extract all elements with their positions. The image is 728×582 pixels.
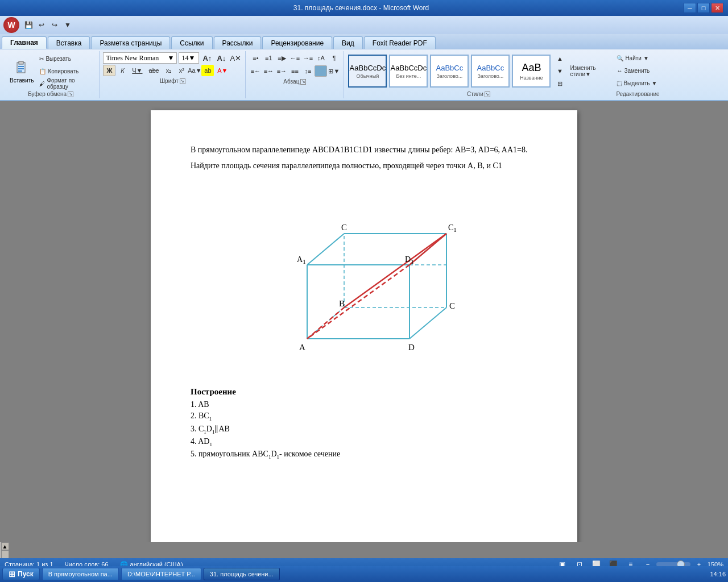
font-shrink-btn[interactable]: A↓	[215, 52, 228, 64]
styles-expander[interactable]: ↘	[485, 92, 490, 97]
titlebar-title: 31. площадь сечения.docx - Microsoft Wor…	[39, 4, 684, 12]
cut-button[interactable]: ✂Вырезать	[39, 53, 96, 64]
styles-scroll-down[interactable]: ▼	[553, 65, 566, 77]
maximize-button[interactable]: □	[697, 3, 710, 13]
border-btn[interactable]: ⊞▼	[328, 65, 340, 77]
paragraph-expander[interactable]: ↘	[300, 79, 306, 85]
diagram: A D A1 D1 C C1 C B	[191, 182, 537, 376]
bullets-btn[interactable]: ≡•	[249, 52, 262, 64]
step-3: 3. C1D1∥AB	[191, 424, 537, 435]
align-center-btn[interactable]: ≡↔	[262, 65, 275, 77]
undo-quick-btn[interactable]: ↩	[36, 19, 47, 31]
shading-btn[interactable]: ▓	[315, 65, 327, 77]
document-container[interactable]: В прямоугольном параллелепипеде ABCDA1B1…	[0, 101, 728, 542]
underline-button[interactable]: Ч▼	[129, 65, 145, 76]
scroll-thumb[interactable]	[1, 550, 9, 558]
tab-mail[interactable]: Рассылки	[214, 36, 262, 49]
tab-links[interactable]: Ссылки	[171, 36, 212, 49]
step-2: 2. BC1	[191, 411, 537, 422]
change-styles-btn[interactable]: Изменить стили▼	[569, 65, 609, 77]
clipboard-group: Вставить ✂Вырезать 📋Копировать 🖌Формат п…	[2, 51, 100, 98]
editing-label: Редактирование	[616, 91, 667, 97]
taskbar: ⊞ Пуск В прямоугольном па... D:\MOE\ИНТЕ…	[0, 566, 728, 582]
sort-btn[interactable]: ↕A	[315, 52, 327, 64]
tab-insert[interactable]: Вставка	[48, 36, 90, 49]
minimize-button[interactable]: ─	[684, 3, 696, 13]
fontcolor-button[interactable]: A▼	[214, 65, 230, 76]
editing-group: 🔍Найти▼ ↔Заменить ⬚Выделить▼ Редактирова…	[613, 51, 671, 98]
pilcrow-btn[interactable]: ¶	[328, 52, 340, 64]
subscript-button[interactable]: x₂	[162, 65, 175, 76]
tab-home[interactable]: Главная	[2, 36, 47, 49]
bold-button[interactable]: Ж	[103, 65, 115, 76]
clear-format-btn[interactable]: A✕	[229, 52, 242, 64]
superscript-button[interactable]: x²	[175, 65, 188, 76]
svg-text:D: D	[408, 343, 415, 352]
find-button[interactable]: 🔍Найти▼	[616, 52, 667, 64]
dedent-btn[interactable]: ←≡	[288, 52, 301, 64]
align-justify-btn[interactable]: ≡≡	[288, 65, 301, 77]
replace-button[interactable]: ↔Заменить	[616, 65, 667, 76]
paragraph-label: Абзац ↘	[283, 78, 306, 85]
font-size-selector[interactable]: 14 ▼	[179, 52, 199, 64]
copy-button[interactable]: 📋Копировать	[39, 65, 96, 77]
taskbar-item-2[interactable]: D:\MOE\ИНТЕРНЕТ Р...	[121, 568, 201, 580]
numbering-btn[interactable]: ≡1	[262, 52, 275, 64]
clipboard-expander[interactable]: ↘	[68, 92, 73, 97]
highlight-button[interactable]: ab	[201, 65, 214, 76]
paste-button[interactable]: Вставить	[6, 57, 38, 85]
step-1: 1. AB	[191, 400, 537, 409]
style-no-spacing[interactable]: AaBbCcDc Без инте...	[389, 55, 428, 88]
svg-rect-3	[18, 68, 24, 69]
font-expander[interactable]: ↘	[180, 78, 185, 84]
paragraph-row1: ≡• ≡1 ≡▶ ←≡ →≡ ↕A ¶	[249, 52, 340, 64]
style-normal[interactable]: AaBbCcDc Обычный	[348, 55, 387, 88]
style-title[interactable]: AaB Название	[512, 55, 551, 88]
font-grow-btn[interactable]: A↑	[201, 52, 213, 64]
strikethrough-button[interactable]: abc	[146, 65, 162, 76]
styles-scroll-up[interactable]: ▲	[553, 53, 566, 64]
italic-button[interactable]: К	[116, 65, 129, 76]
redo-quick-btn[interactable]: ↪	[49, 19, 60, 31]
multilevel-btn[interactable]: ≡▶	[275, 52, 288, 64]
svg-text:D1: D1	[405, 255, 414, 265]
font-family-selector[interactable]: Times New Roman ▼	[103, 52, 177, 64]
scroll-up-btn[interactable]: ▲	[1, 542, 9, 550]
style-heading2[interactable]: AaBbCc Заголово...	[471, 55, 510, 88]
styles-more[interactable]: ⊞	[553, 78, 566, 89]
align-right-btn[interactable]: ≡→	[275, 65, 288, 77]
svg-line-20	[410, 234, 446, 265]
svg-text:B: B	[339, 299, 345, 308]
indent-btn[interactable]: →≡	[301, 52, 314, 64]
linespace-btn[interactable]: ↕≡	[301, 65, 314, 77]
start-button[interactable]: ⊞ Пуск	[2, 568, 40, 580]
svg-line-17	[410, 307, 446, 339]
svg-text:C1: C1	[448, 223, 457, 233]
styles-group: AaBbCcDc Обычный AaBbCcDc Без инте... Aa…	[344, 51, 613, 98]
save-quick-btn[interactable]: 💾	[23, 19, 34, 31]
svg-rect-1	[19, 61, 23, 64]
align-left-btn[interactable]: ≡←	[249, 65, 262, 77]
qa-dropdown-btn[interactable]: ▼	[62, 19, 73, 31]
textcase-button[interactable]: Aa▼	[188, 65, 201, 76]
titlebar-controls: ─ □ ✕	[684, 3, 723, 13]
svg-text:A1: A1	[297, 255, 306, 265]
office-button[interactable]: W	[3, 17, 19, 33]
taskbar-right: 14:16	[710, 571, 726, 577]
tab-foxit[interactable]: Foxit Reader PDF	[364, 36, 436, 49]
vertical-scrollbar[interactable]: ▲ ▼	[0, 542, 9, 558]
taskbar-item-3[interactable]: 31. площадь сечени...	[204, 568, 280, 580]
taskbar-item-1[interactable]: В прямоугольном па...	[42, 568, 119, 580]
close-button[interactable]: ✕	[711, 3, 723, 13]
format-painter-button[interactable]: 🖌Формат по образцу	[39, 78, 96, 89]
tab-review[interactable]: Рецензирование	[262, 36, 332, 49]
paragraph-group: ≡• ≡1 ≡▶ ←≡ →≡ ↕A ¶ ≡← ≡↔ ≡→ ≡≡ ↕≡ ▓ ⊞▼ …	[246, 51, 344, 98]
style-heading1[interactable]: AaBbCc Заголово...	[430, 55, 469, 88]
construction-title: Построение	[191, 387, 537, 397]
select-button[interactable]: ⬚Выделить▼	[616, 77, 667, 89]
tab-layout[interactable]: Разметка страницы	[91, 36, 170, 49]
problem-text-1: В прямоугольном параллелепипеде ABCDA1B1…	[191, 144, 537, 156]
svg-rect-2	[18, 66, 24, 67]
tab-view[interactable]: Вид	[333, 36, 363, 49]
paste-icon	[13, 59, 31, 77]
